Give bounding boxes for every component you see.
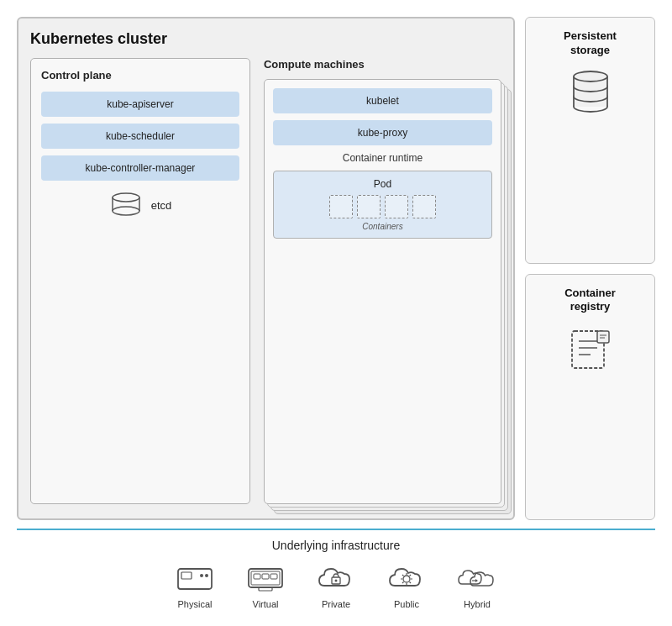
k8s-cluster-box: Kubernetes cluster Control plane kube-ap… xyxy=(17,17,515,520)
svg-point-17 xyxy=(574,71,607,82)
container-registry-panel: Container registry xyxy=(525,274,655,521)
svg-line-43 xyxy=(402,575,404,576)
container-box-4 xyxy=(412,195,436,218)
etcd-icon xyxy=(109,192,143,218)
containers-label: Containers xyxy=(281,222,485,231)
svg-rect-26 xyxy=(181,572,192,579)
infra-physical-label: Physical xyxy=(178,599,213,609)
infra-private-label: Private xyxy=(322,599,350,609)
etcd-label: etcd xyxy=(151,199,172,212)
infrastructure-section: Underlying infrastructure Physical xyxy=(17,529,655,609)
containers-row xyxy=(281,195,485,218)
svg-point-28 xyxy=(205,574,208,577)
compute-title: Compute machines xyxy=(264,58,501,71)
storage-icon xyxy=(565,70,616,113)
virtual-icon xyxy=(245,562,286,594)
public-icon xyxy=(386,562,427,594)
infra-hybrid: Hybrid xyxy=(457,562,497,609)
registry-icon xyxy=(565,326,616,371)
pod-box: Pod Containers xyxy=(273,171,492,239)
hybrid-icon xyxy=(457,562,497,594)
persistent-storage-panel: Persistent storage xyxy=(525,17,655,264)
kube-apiserver-box: kube-apiserver xyxy=(41,92,239,117)
kubelet-box: kubelet xyxy=(273,88,492,113)
infra-hybrid-label: Hybrid xyxy=(464,599,491,609)
physical-icon xyxy=(175,562,215,594)
svg-point-38 xyxy=(403,576,410,582)
right-panels: Persistent storage xyxy=(525,17,655,520)
svg-rect-31 xyxy=(251,571,280,585)
container-runtime-label: Container runtime xyxy=(273,152,492,164)
container-box-2 xyxy=(357,195,381,218)
svg-rect-33 xyxy=(262,574,269,579)
svg-rect-35 xyxy=(259,587,272,591)
cluster-inner: Control plane kube-apiserver kube-schedu… xyxy=(30,58,501,504)
infra-public: Public xyxy=(386,562,427,609)
svg-rect-34 xyxy=(270,574,277,579)
svg-marker-48 xyxy=(475,579,478,582)
svg-point-4 xyxy=(113,207,139,215)
svg-line-46 xyxy=(402,582,404,584)
private-icon xyxy=(316,562,356,594)
infra-physical: Physical xyxy=(175,562,215,609)
control-plane-panel: Control plane kube-apiserver kube-schedu… xyxy=(30,58,250,504)
container-registry-title: Container registry xyxy=(564,287,616,315)
etcd-row: etcd xyxy=(41,192,239,218)
persistent-storage-title: Persistent storage xyxy=(564,29,617,58)
pod-title: Pod xyxy=(281,178,485,190)
svg-point-37 xyxy=(335,580,338,582)
infra-icons-row: Physical Virtual xyxy=(17,562,655,609)
node-card-front: kubelet kube-proxy Container runtime Pod xyxy=(264,79,501,504)
svg-line-44 xyxy=(410,582,412,584)
infra-virtual-label: Virtual xyxy=(253,599,279,609)
infra-virtual: Virtual xyxy=(245,562,286,609)
control-plane-title: Control plane xyxy=(41,69,239,82)
compute-machines-panel: Compute machines kubelet kube-proxy Cont… xyxy=(264,58,501,504)
kube-scheduler-box: kube-scheduler xyxy=(41,124,239,149)
node-stack: kubelet kube-proxy Container runtime Pod xyxy=(264,79,501,504)
svg-point-0 xyxy=(113,193,139,202)
kube-proxy-box: kube-proxy xyxy=(273,120,492,145)
kube-controller-manager-box: kube-controller-manager xyxy=(41,155,239,181)
cluster-title: Kubernetes cluster xyxy=(30,30,501,48)
main-layout: Kubernetes cluster Control plane kube-ap… xyxy=(17,17,655,520)
container-box-3 xyxy=(385,195,408,218)
svg-rect-32 xyxy=(254,574,260,579)
svg-rect-22 xyxy=(597,331,609,343)
container-box-1 xyxy=(329,195,353,218)
svg-rect-1 xyxy=(113,197,139,211)
infra-public-label: Public xyxy=(394,599,419,609)
infra-private: Private xyxy=(316,562,356,609)
infra-title: Underlying infrastructure xyxy=(17,539,655,552)
svg-line-45 xyxy=(410,575,412,576)
svg-point-27 xyxy=(200,574,203,577)
infra-divider-line xyxy=(17,529,655,530)
